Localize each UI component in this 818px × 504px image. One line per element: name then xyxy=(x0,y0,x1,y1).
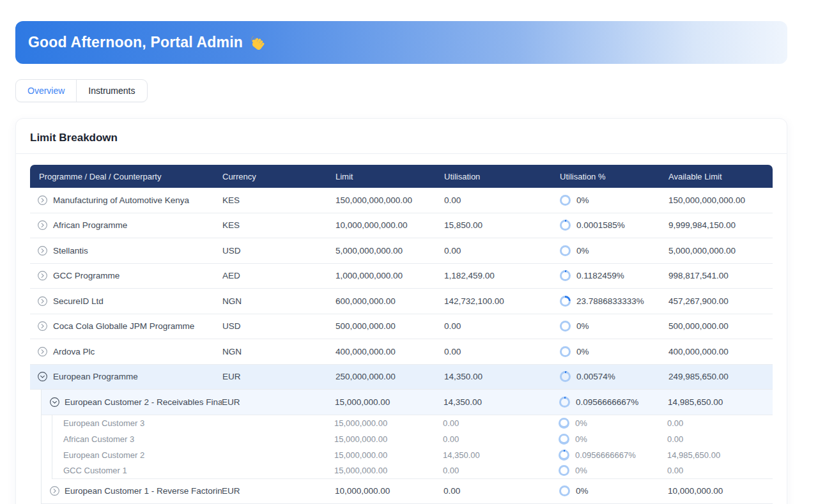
utilisation-donut xyxy=(559,450,569,461)
utilisation-pct-label: 0% xyxy=(576,347,589,356)
cell-available-limit: 249,985,650.00 xyxy=(668,372,773,381)
cell-currency: AED xyxy=(222,271,336,280)
cell-utilisation: 1,182,459.00 xyxy=(444,271,560,280)
limit-breakdown-card: Limit Breakdown Programme / Deal / Count… xyxy=(15,118,787,504)
indent-guide xyxy=(30,463,42,479)
programme-name: Coca Cola Globalle JPM Programme xyxy=(53,321,194,331)
cell-programme: European Customer 2 xyxy=(52,450,221,460)
cell-currency: EUR xyxy=(222,397,335,407)
indent-guide xyxy=(42,431,52,447)
cell-utilisation: 142,732,100.00 xyxy=(444,296,560,306)
indent-guide xyxy=(30,447,42,463)
utilisation-donut xyxy=(559,418,569,429)
column-header-limit: Limit xyxy=(336,172,444,181)
table-row[interactable]: European ProgrammeEUR250,000,000.0014,35… xyxy=(30,365,773,390)
utilisation-donut xyxy=(560,195,571,206)
indent-guide xyxy=(42,463,52,479)
cell-limit: 150,000,000,000.00 xyxy=(336,195,444,205)
table-row[interactable]: European Customer 215,000,000.0014,350.0… xyxy=(30,447,773,463)
utilisation-pct-label: 0% xyxy=(576,486,589,496)
cell-utilisation: 14,350.00 xyxy=(443,450,559,460)
utilisation-donut xyxy=(560,270,571,281)
chevron-right-icon[interactable] xyxy=(38,321,47,331)
utilisation-donut xyxy=(560,296,571,307)
chevron-down-icon[interactable] xyxy=(38,372,47,381)
chevron-right-icon[interactable] xyxy=(38,271,47,280)
cell-currency: NGN xyxy=(222,296,336,306)
programme-name: African Customer 3 xyxy=(63,434,134,444)
cell-currency: EUR xyxy=(222,486,335,496)
cell-limit: 15,000,000.00 xyxy=(334,434,443,444)
cell-available-limit: 500,000,000.00 xyxy=(668,321,773,331)
greeting-banner: Good Afternoon, Portal Admin xyxy=(15,21,787,64)
limit-table-header: Programme / Deal / CounterpartyCurrencyL… xyxy=(30,165,773,188)
chevron-right-icon[interactable] xyxy=(38,246,47,256)
cell-utilisation: 0.00 xyxy=(443,466,559,475)
cell-utilisation-pct: 0% xyxy=(559,434,667,445)
chevron-right-icon[interactable] xyxy=(38,195,47,205)
cell-utilisation-pct: 23.7886833333% xyxy=(560,296,668,307)
table-row[interactable]: Manufacturing of Automotive KenyaKES150,… xyxy=(30,188,773,213)
tab-instruments[interactable]: Instruments xyxy=(76,80,146,102)
utilisation-donut xyxy=(560,346,571,357)
table-row[interactable]: GCC ProgrammeAED1,000,000,000.001,182,45… xyxy=(30,264,773,289)
utilisation-donut xyxy=(560,371,571,382)
table-row[interactable]: Ardova PlcNGN400,000,000.000.000%400,000… xyxy=(30,339,773,365)
utilisation-donut xyxy=(560,245,571,256)
table-row[interactable]: GCC Customer 115,000,000.000.000%0.00 xyxy=(30,463,773,479)
programme-name: European Programme xyxy=(53,372,138,381)
utilisation-pct-label: 0.0001585% xyxy=(576,220,625,230)
programme-name: GCC Programme xyxy=(53,271,120,280)
cell-limit: 600,000,000.00 xyxy=(336,296,444,306)
cell-programme: Ardova Plc xyxy=(30,347,222,356)
chevron-right-icon[interactable] xyxy=(38,220,47,230)
cell-available-limit: 0.00 xyxy=(667,434,773,444)
utilisation-pct-label: 0.0956666667% xyxy=(575,450,636,460)
table-row[interactable]: European Customer 1 - Reverse FactoringE… xyxy=(30,479,773,504)
table-row[interactable]: SecureID LtdNGN600,000,000.00142,732,100… xyxy=(30,289,773,314)
chevron-down-icon[interactable] xyxy=(50,397,59,407)
cell-programme: African Programme xyxy=(30,220,222,230)
cell-available-limit: 457,267,900.00 xyxy=(668,296,773,306)
table-row[interactable]: African Customer 315,000,000.000.000%0.0… xyxy=(30,431,773,447)
chevron-right-icon[interactable] xyxy=(38,347,47,356)
cell-utilisation-pct: 0% xyxy=(560,245,668,256)
utilisation-donut xyxy=(559,397,570,408)
greeting-title: Good Afternoon, Portal Admin xyxy=(28,33,266,52)
table-row[interactable]: European Customer 2 - Receivables Finan.… xyxy=(30,390,773,415)
table-row[interactable]: African ProgrammeKES10,000,000,000.0015,… xyxy=(30,213,773,239)
cell-utilisation: 0.00 xyxy=(444,486,559,496)
cell-limit: 500,000,000.00 xyxy=(336,321,444,331)
table-row[interactable]: European Customer 315,000,000.000.000%0.… xyxy=(30,415,773,431)
cell-limit: 15,000,000.00 xyxy=(334,466,443,475)
cell-utilisation: 15,850.00 xyxy=(444,220,560,230)
chevron-right-icon[interactable] xyxy=(38,296,47,306)
programme-name: European Customer 1 - Reverse Factoring xyxy=(65,486,222,496)
indent-guide xyxy=(30,415,42,431)
cell-programme: European Programme xyxy=(30,372,222,381)
utilisation-donut xyxy=(559,485,570,496)
utilisation-pct-label: 0% xyxy=(576,195,589,205)
cell-utilisation: 0.00 xyxy=(443,418,559,428)
indent-guide xyxy=(30,431,42,447)
cell-utilisation-pct: 0.0001585% xyxy=(560,220,668,231)
cell-utilisation: 0.00 xyxy=(444,321,560,331)
cell-limit: 10,000,000,000.00 xyxy=(336,220,444,230)
programme-name: European Customer 2 - Receivables Finan.… xyxy=(65,397,222,407)
cell-utilisation-pct: 0% xyxy=(559,485,668,496)
tab-overview[interactable]: Overview xyxy=(16,80,76,102)
table-row[interactable]: Coca Cola Globalle JPM ProgrammeUSD500,0… xyxy=(30,314,773,340)
programme-name: Stellantis xyxy=(53,246,88,256)
cell-available-limit: 5,000,000,000.00 xyxy=(668,246,773,256)
chevron-right-icon[interactable] xyxy=(50,486,59,496)
table-row[interactable]: StellantisUSD5,000,000,000.000.000%5,000… xyxy=(30,238,773,264)
programme-name: Manufacturing of Automotive Kenya xyxy=(53,195,189,205)
cell-programme: SecureID Ltd xyxy=(30,296,222,306)
cell-programme: GCC Customer 1 xyxy=(52,466,221,475)
cell-currency: KES xyxy=(222,220,336,230)
cell-currency: NGN xyxy=(222,347,336,356)
cell-limit: 10,000,000.00 xyxy=(335,486,444,496)
indent-guide xyxy=(30,390,42,415)
cell-utilisation-pct: 0% xyxy=(560,321,668,332)
cell-utilisation-pct: 0.1182459% xyxy=(560,270,668,281)
